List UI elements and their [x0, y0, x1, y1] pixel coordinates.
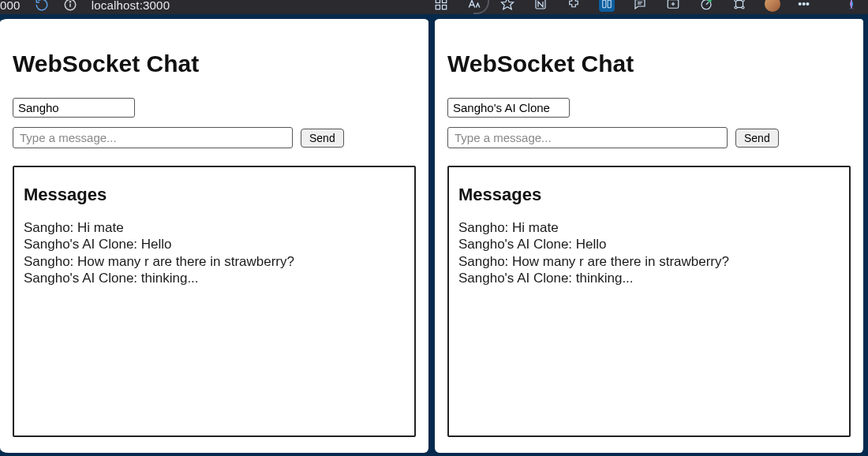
favorite-star-icon[interactable] — [499, 0, 515, 12]
page-title: WebSocket Chat — [447, 50, 851, 77]
address-bar-url[interactable]: localhost:3000 — [92, 0, 170, 12]
messages-panel: Messages Sangho: Hi mate Sangho's AI Clo… — [447, 166, 851, 437]
left-chat-pane: WebSocket Chat Send Messages Sangho: Hi … — [0, 14, 432, 456]
messages-heading: Messages — [24, 185, 405, 205]
message-input[interactable] — [447, 127, 728, 148]
message-line: Sangho's AI Clone: Hello — [24, 236, 405, 252]
network-icon[interactable] — [731, 0, 747, 12]
message-line: Sangho: Hi mate — [458, 219, 840, 236]
text-size-icon[interactable] — [466, 0, 482, 12]
svg-point-18 — [735, 0, 737, 2]
messages-panel: Messages Sangho: Hi mate Sangho's AI Clo… — [13, 166, 416, 437]
extensions-icon[interactable] — [566, 0, 582, 12]
svg-point-17 — [709, 0, 713, 2]
notion-icon[interactable] — [533, 0, 548, 12]
message-line: Sangho's AI Clone: thinking... — [24, 270, 405, 286]
svg-rect-10 — [608, 0, 611, 7]
message-line: Sangho: How many r are there in strawber… — [458, 253, 840, 270]
right-chat-pane: WebSocket Chat Send Messages Sangho: Hi … — [432, 14, 868, 456]
message-line: Sangho: How many r are there in strawber… — [24, 253, 405, 270]
username-input[interactable] — [13, 98, 135, 118]
copilot-icon[interactable] — [843, 0, 860, 13]
performance-icon[interactable] — [698, 0, 714, 12]
browser-toolbar: 000 localhost:3000 — [0, 0, 868, 14]
chat-icon[interactable] — [632, 0, 648, 12]
svg-rect-5 — [436, 6, 440, 9]
split-screen-icon[interactable] — [599, 0, 615, 12]
svg-marker-7 — [502, 0, 514, 9]
info-icon[interactable] — [63, 0, 77, 12]
profile-avatar[interactable] — [765, 0, 780, 12]
svg-rect-3 — [436, 0, 440, 3]
svg-rect-4 — [443, 0, 447, 3]
svg-rect-6 — [443, 6, 447, 9]
svg-point-21 — [742, 6, 744, 9]
send-button[interactable]: Send — [301, 129, 344, 148]
page-title: WebSocket Chat — [13, 50, 416, 77]
svg-point-2 — [69, 2, 70, 2]
refresh-icon[interactable] — [35, 0, 49, 12]
send-button[interactable]: Send — [735, 129, 779, 148]
svg-rect-9 — [603, 0, 606, 7]
svg-point-20 — [735, 6, 737, 9]
username-input[interactable] — [447, 98, 570, 118]
message-line: Sangho's AI Clone: thinking... — [458, 270, 840, 286]
more-options-icon[interactable]: ••• — [798, 0, 810, 10]
message-line: Sangho's AI Clone: Hello — [458, 236, 840, 252]
messages-heading: Messages — [458, 185, 840, 205]
url-fragment-left: 000 — [0, 0, 21, 12]
message-input[interactable] — [13, 127, 293, 148]
grid-icon[interactable] — [433, 0, 449, 12]
add-tab-icon[interactable] — [665, 0, 681, 12]
svg-point-19 — [742, 0, 744, 2]
message-line: Sangho: Hi mate — [24, 219, 405, 236]
